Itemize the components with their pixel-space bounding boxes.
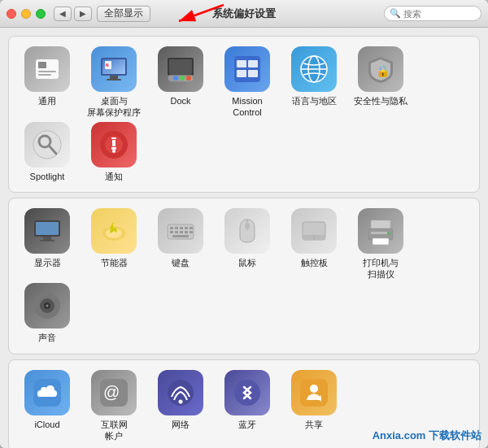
svg-rect-54 [190, 231, 193, 233]
svg-rect-3 [38, 62, 46, 68]
hardware-section: 显示器 节能器 [8, 198, 480, 354]
general-icon [24, 46, 70, 92]
personal-section: 通用 [8, 36, 480, 193]
energy-icon [91, 208, 137, 254]
dock-icon [158, 46, 203, 92]
security-icon: 🔒 [358, 46, 403, 92]
svg-rect-21 [248, 60, 258, 67]
svg-point-65 [387, 232, 390, 235]
svg-point-18 [186, 76, 191, 80]
trackpad-icon [291, 208, 337, 254]
energy-pref[interactable]: 节能器 [82, 208, 146, 281]
svg-rect-45 [170, 227, 173, 229]
svg-rect-34 [111, 137, 116, 139]
minimize-button[interactable] [21, 9, 31, 19]
trackpad-pref[interactable]: 触控板 [282, 208, 346, 281]
security-label: 安全性与隐私 [354, 95, 407, 107]
svg-rect-64 [373, 238, 389, 245]
mouse-label: 鼠标 [238, 257, 256, 268]
maximize-button[interactable] [36, 9, 46, 19]
forward-button[interactable]: ▶ [74, 7, 92, 21]
svg-point-16 [173, 76, 178, 80]
svg-text:@: @ [103, 383, 120, 401]
hardware-grid: 显示器 节能器 [15, 208, 473, 344]
window-title: 系统偏好设置 [212, 7, 276, 21]
bluetooth-icon [224, 370, 270, 415]
internet-pref[interactable]: @ 互联网帐户 [82, 370, 146, 442]
close-button[interactable] [7, 9, 16, 19]
svg-rect-40 [43, 237, 51, 240]
dock-label: Dock [170, 95, 190, 107]
sharing-icon [291, 370, 337, 415]
lang-icon [291, 46, 337, 92]
svg-rect-41 [40, 240, 54, 241]
display-pref[interactable]: 显示器 [15, 208, 79, 281]
svg-rect-55 [172, 235, 189, 237]
general-pref[interactable]: 通用 [15, 46, 79, 119]
mouse-icon [224, 208, 270, 254]
spotlight-icon [24, 122, 70, 167]
show-all-button[interactable]: 全部显示 [97, 6, 150, 22]
printer-icon [358, 208, 403, 254]
system-preferences-window: ◀ ▶ 全部显示 系统偏好设置 🔍 [0, 0, 488, 448]
svg-rect-22 [237, 70, 246, 77]
mission-icon [224, 46, 270, 92]
svg-rect-46 [175, 227, 178, 229]
notify-pref[interactable]: 通知 [82, 122, 146, 182]
keyboard-icon [158, 208, 203, 254]
svg-rect-50 [170, 231, 173, 233]
network-label: 网络 [172, 419, 190, 430]
bluetooth-pref[interactable]: 蓝牙 [216, 370, 279, 442]
spotlight-label: Spotlight [30, 171, 65, 182]
keyboard-pref[interactable]: 键盘 [149, 208, 212, 281]
sound-icon [24, 283, 70, 328]
back-button[interactable]: ◀ [54, 7, 72, 21]
svg-rect-19 [234, 56, 260, 82]
search-icon: 🔍 [390, 8, 401, 19]
watermark: Anxia.com 下载软件站 [373, 428, 481, 443]
dock-pref[interactable]: Dock [149, 46, 212, 119]
svg-rect-36 [111, 147, 116, 150]
svg-point-57 [245, 223, 250, 229]
keyboard-label: 键盘 [172, 257, 190, 268]
svg-rect-10 [107, 79, 121, 80]
internet-icon: @ [91, 370, 137, 415]
energy-label: 节能器 [101, 257, 128, 268]
traffic-lights [7, 9, 46, 19]
mission-pref[interactable]: MissionControl [216, 46, 279, 119]
svg-point-74 [179, 399, 183, 403]
desktop-pref[interactable]: N 桌面与屏幕保护程序 [82, 46, 146, 119]
network-pref[interactable]: 网络 [149, 370, 212, 442]
printer-label: 打印机与扫描仪 [363, 257, 399, 281]
network-icon [158, 370, 203, 415]
sharing-pref[interactable]: 共享 [282, 370, 346, 442]
mouse-pref[interactable]: 鼠标 [216, 208, 279, 281]
svg-rect-5 [38, 74, 51, 76]
svg-rect-14 [169, 59, 192, 74]
svg-rect-23 [248, 70, 258, 77]
general-label: 通用 [38, 95, 56, 107]
svg-rect-39 [36, 222, 59, 235]
sound-label: 声音 [38, 332, 56, 343]
svg-rect-52 [180, 231, 183, 233]
icloud-icon [24, 370, 70, 415]
printer-pref[interactable]: 打印机与扫描仪 [349, 208, 412, 281]
search-input[interactable] [403, 9, 477, 19]
search-box[interactable]: 🔍 [384, 6, 481, 21]
svg-point-37 [112, 150, 115, 153]
lang-label: 语言与地区 [292, 95, 337, 107]
svg-rect-53 [185, 231, 188, 233]
sound-pref[interactable]: 声音 [15, 283, 79, 343]
titlebar: ◀ ▶ 全部显示 系统偏好设置 🔍 [0, 0, 488, 28]
svg-text:N: N [106, 63, 109, 67]
svg-rect-4 [38, 71, 56, 72]
icloud-pref[interactable]: iCloud [15, 370, 79, 442]
svg-rect-49 [190, 227, 193, 229]
spotlight-pref[interactable]: Spotlight [15, 122, 79, 182]
personal-grid: 通用 [15, 46, 473, 182]
lang-pref[interactable]: 语言与地区 [282, 46, 346, 119]
svg-text:🔒: 🔒 [376, 64, 390, 78]
display-icon [24, 208, 70, 254]
svg-rect-20 [237, 60, 246, 67]
security-pref[interactable]: 🔒 安全性与隐私 [349, 46, 412, 119]
